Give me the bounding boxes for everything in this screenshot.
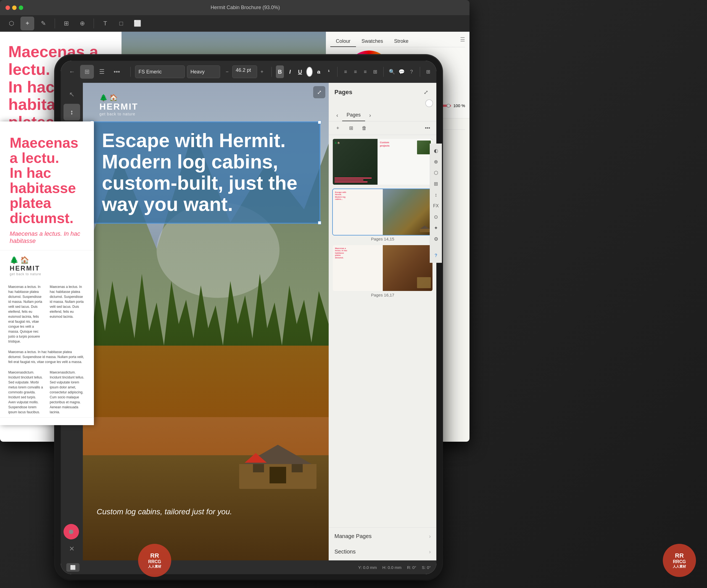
color-picker-dot[interactable] — [425, 99, 433, 107]
move-tool[interactable]: ↕ — [64, 104, 80, 120]
minimize-button[interactable] — [12, 5, 16, 10]
strip-btn-fx[interactable]: FX — [431, 201, 437, 211]
strip-btn-1[interactable]: ◐ — [431, 146, 437, 156]
size-control: − 46.2 pt + — [222, 65, 267, 79]
left-body-text-3: Maecenas a lectus. In hac habitasse plat… — [8, 349, 86, 365]
strikethrough-btn[interactable]: a — [315, 65, 323, 78]
select-tool[interactable]: ↖ — [64, 86, 80, 103]
handle-tr[interactable] — [318, 120, 321, 124]
page-thumb-1[interactable]: 🌲🏠 Customprojects — [332, 138, 433, 185]
page-thumb-3[interactable]: Maecenas alectus. In hachabitasseplatead… — [332, 245, 433, 291]
manage-pages-item[interactable]: Manage Pages › — [329, 529, 436, 544]
left-body-text-5: Maecenasdictum. Incidunt tincidunt tellu… — [50, 370, 86, 415]
status-right: Y: 0.0 mm H: 0.0 mm R: 0° S: 0° — [358, 565, 431, 570]
italic-btn[interactable]: I — [286, 65, 294, 78]
app-main: ↖ ↕ T ⬦ ✒ □ ⬜ ⊞ ⬡ ⊡ ✦ ✦ 🎤 📍 ✋ ⏺ ✕ — [61, 83, 436, 560]
left-footer-text: Maecenas a lectus. In hac habitasse plat… — [0, 417, 94, 425]
tool-icon[interactable]: ⬡ — [4, 16, 18, 30]
search-text-btn[interactable]: 🔍 — [388, 65, 396, 78]
manage-pages-chevron: › — [429, 533, 431, 540]
back-btn[interactable]: ← — [65, 65, 79, 79]
pages-icon-btn[interactable]: ⊞ — [80, 65, 94, 79]
thumb-2-cabin — [419, 224, 430, 232]
text-btn[interactable]: T — [98, 16, 112, 30]
size-decrease-btn[interactable]: − — [222, 65, 232, 79]
record-area: ⏺ ✕ — [64, 524, 80, 557]
text-color-circle[interactable] — [306, 67, 313, 77]
page-thumb-2[interactable]: Escape withHermit.Modern logcabins... — [332, 188, 433, 236]
size-increase-btn[interactable]: + — [257, 65, 267, 79]
sections-chevron: › — [429, 549, 431, 555]
help-btn[interactable]: ? — [408, 65, 415, 78]
wm-subtext-right: 人人素材 — [673, 564, 686, 569]
shape-btn[interactable]: □ — [114, 16, 128, 30]
more-btn[interactable]: ••• — [110, 65, 124, 79]
colour-tab-stroke[interactable]: Stroke — [389, 36, 414, 47]
colour-tab-swatches[interactable]: Swatches — [356, 36, 389, 47]
align-left-btn[interactable]: ≡ — [342, 65, 349, 78]
page-options-btn[interactable]: ••• — [422, 123, 433, 133]
desktop-toolbar[interactable]: ⬡ ✦ ✎ ⊞ ⊕ T □ ⬜ — [0, 15, 470, 32]
page-thumbnails: 🌲🏠 Customprojects — [329, 135, 436, 527]
hero-text-box[interactable]: Escape with Hermit. Modern log cabins, c… — [91, 122, 321, 223]
tablet-screen: ← ⊞ ☰ ••• FS Emeric Heavy − 46.2 pt + B … — [61, 61, 436, 574]
weight-selector[interactable]: Heavy — [187, 65, 220, 78]
zoom-btn[interactable]: ⊕ — [75, 16, 89, 30]
handle-br[interactable] — [318, 221, 321, 224]
cabin-window-right — [292, 464, 303, 472]
bold-btn[interactable]: B — [276, 65, 283, 78]
view-btn[interactable]: ⊞ — [59, 16, 73, 30]
page-template-btn[interactable]: ⊞ — [345, 123, 357, 133]
expand-panel-btn[interactable]: ⤢ — [421, 87, 431, 97]
fullscreen-button[interactable] — [19, 5, 23, 10]
colour-menu-btn[interactable]: ☰ — [460, 36, 465, 47]
thumb-3-inner: Maecenas alectus. In hachabitasseplatead… — [333, 245, 433, 291]
slider-handle[interactable] — [446, 104, 450, 108]
thumb-2-left: Escape withHermit.Modern logcabins... — [333, 189, 383, 235]
superscript-btn[interactable]: ¹ — [325, 65, 333, 78]
add-page-btn[interactable]: + — [332, 123, 343, 133]
comment-btn[interactable]: 💬 — [398, 65, 405, 78]
img-btn[interactable]: ⬜ — [130, 16, 144, 30]
colour-tabs[interactable]: Colour Swatches Stroke ☰ — [330, 36, 465, 47]
underline-btn[interactable]: U — [296, 65, 304, 78]
sep5 — [420, 67, 420, 77]
cabin-window-left — [253, 464, 264, 472]
sections-item[interactable]: Sections › — [329, 544, 436, 559]
left-col3: Maecenasdictum. Incidunt tincidunt tellu… — [5, 370, 47, 415]
menu-btn[interactable]: ☰ — [95, 65, 109, 79]
expand-canvas-btn[interactable]: ⤢ — [313, 86, 325, 98]
left-two-cols: Maecenasdictum. Incidunt tincidunt tellu… — [0, 367, 94, 417]
pages-tab[interactable]: Pages — [342, 109, 365, 121]
colour-tab-colour[interactable]: Colour — [330, 36, 356, 47]
strip-btn-8[interactable]: ⚙ — [431, 234, 437, 244]
font-selector[interactable]: FS Emeric — [135, 65, 185, 78]
strip-btn-3[interactable]: ⬡ — [431, 168, 437, 178]
record-btn[interactable]: ⏺ — [64, 524, 79, 540]
select-tool-btn[interactable]: ✦ — [21, 16, 34, 30]
list-btn[interactable]: ≡ — [362, 65, 369, 78]
align-center-btn[interactable]: ≡ — [351, 65, 359, 78]
pages-next-btn[interactable]: › — [365, 110, 375, 120]
grid-view-btn[interactable]: ⊞ — [424, 65, 432, 78]
strip-btn-4[interactable]: ⊞ — [431, 179, 437, 189]
mini-body — [420, 229, 430, 232]
window-controls[interactable] — [5, 5, 23, 10]
close-button[interactable] — [5, 5, 10, 10]
left-preview-heading: Maecenas a lectu.In hac habitasseplatea … — [0, 122, 94, 250]
wm-logo-right: RR — [675, 552, 684, 559]
strip-btn-7[interactable]: ✦ — [431, 223, 437, 233]
strip-btn-6[interactable]: ⊙ — [431, 212, 437, 222]
indent-btn[interactable]: ⊞ — [371, 65, 379, 78]
edit-tool-btn[interactable]: ✎ — [36, 16, 50, 30]
strip-btn-help[interactable]: ? — [431, 251, 437, 261]
watermark-circle-right: RR RRCG 人人素材 — [663, 544, 696, 577]
pages-prev-btn[interactable]: ‹ — [332, 110, 342, 120]
strip-btn-2[interactable]: ⊕ — [431, 157, 437, 167]
tree-icon: 🌲 — [99, 94, 108, 102]
strip-btn-5[interactable]: ↕ — [431, 190, 437, 200]
delete-page-btn[interactable]: 🗑 — [359, 123, 370, 133]
close-tool[interactable]: ✕ — [64, 541, 80, 557]
size-input[interactable]: 46.2 pt — [232, 65, 257, 78]
page-indicator-btn[interactable]: ⬜ — [66, 563, 79, 572]
